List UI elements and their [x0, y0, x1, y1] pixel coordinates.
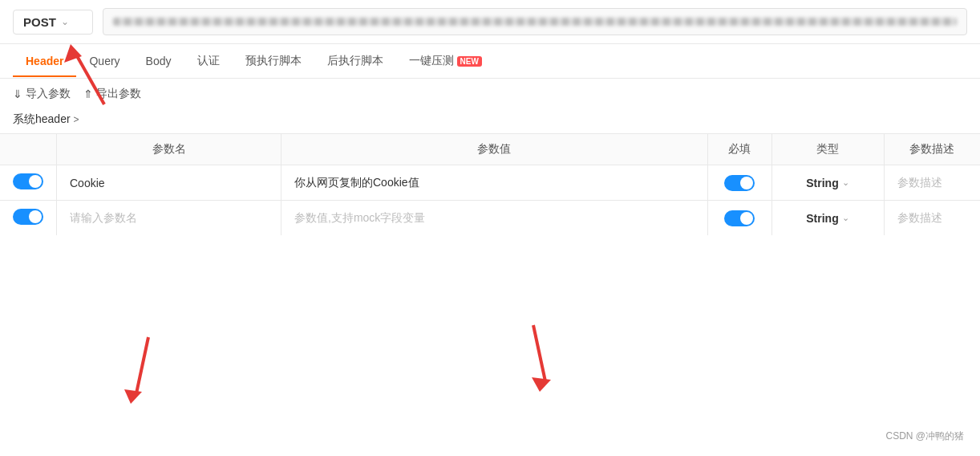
- row1-desc-cell: 参数描述: [884, 165, 980, 201]
- row2-name-placeholder: 请输入参数名: [70, 211, 137, 224]
- row2-desc: 参数描述: [897, 211, 942, 224]
- tab-query[interactable]: Query: [76, 45, 132, 77]
- system-header-label: 系统header: [13, 112, 71, 127]
- export-icon: ⇑: [83, 88, 93, 100]
- row2-type-select[interactable]: String ⌄: [785, 212, 871, 225]
- tab-post-script[interactable]: 后执行脚本: [314, 44, 396, 78]
- th-toggle: [0, 134, 57, 165]
- method-label: POST: [23, 15, 56, 29]
- row1-desc: 参数描述: [897, 176, 942, 189]
- svg-line-4: [533, 325, 545, 381]
- arrow-param-name: [124, 337, 148, 404]
- import-params-button[interactable]: ⇓ 导入参数: [13, 87, 71, 101]
- th-name: 参数名: [57, 134, 281, 165]
- chevron-down-icon: ⌄: [61, 16, 69, 27]
- method-selector[interactable]: POST ⌄: [13, 10, 93, 35]
- system-header-row[interactable]: 系统header >: [0, 109, 980, 133]
- row2-required-toggle[interactable]: [724, 210, 755, 226]
- row2-value-placeholder: 参数值,支持mock字段变量: [294, 211, 425, 224]
- row1-toggle-cell: [0, 165, 57, 201]
- row2-toggle-cell: [0, 201, 57, 236]
- export-params-button[interactable]: ⇑ 导出参数: [83, 87, 141, 101]
- tab-body[interactable]: Body: [133, 45, 184, 77]
- row1-type-select[interactable]: String ⌄: [785, 177, 871, 189]
- svg-marker-5: [532, 377, 551, 392]
- chevron-right-icon: >: [74, 114, 79, 125]
- params-table: 参数名 参数值 必填 类型 参数描述 Cookie 你从网页复制的Cookie值: [0, 133, 980, 235]
- row1-required-toggle[interactable]: [724, 175, 755, 191]
- main-container: POST ⌄ Header Query Body 认证 预执行脚本 后执行脚本 …: [0, 0, 980, 456]
- svg-marker-3: [124, 389, 142, 404]
- row1-name: Cookie: [70, 177, 105, 189]
- row1-name-cell: Cookie: [57, 165, 281, 201]
- row2-required-cell: [707, 201, 771, 236]
- import-icon: ⇓: [13, 88, 22, 100]
- toolbar: ⇓ 导入参数 ⇑ 导出参数: [0, 79, 980, 109]
- tab-auth[interactable]: 认证: [184, 44, 233, 78]
- tab-stress-test-badge-wrapper: 一键压测 NEW: [409, 54, 482, 68]
- row1-value: 你从网页复制的Cookie值: [294, 176, 419, 189]
- row2-desc-cell: 参数描述: [884, 201, 980, 236]
- tab-stress-test[interactable]: 一键压测 NEW: [396, 44, 495, 78]
- url-bar[interactable]: [103, 8, 967, 35]
- new-badge: NEW: [457, 56, 482, 67]
- arrow-param-value: [532, 325, 551, 392]
- row2-type-chevron-icon: ⌄: [842, 213, 849, 223]
- row2-toggle[interactable]: [13, 209, 43, 225]
- tab-pre-script[interactable]: 预执行脚本: [233, 44, 314, 78]
- svg-line-2: [136, 337, 148, 393]
- row2-value-cell: 参数值,支持mock字段变量: [281, 201, 708, 236]
- th-type: 类型: [771, 134, 884, 165]
- tab-header[interactable]: Header: [13, 45, 76, 77]
- url-blurred: [113, 18, 957, 26]
- top-bar: POST ⌄: [0, 0, 980, 44]
- row2-type-cell: String ⌄: [771, 201, 884, 236]
- row2-name-cell: 请输入参数名: [57, 201, 281, 236]
- row1-type-label: String: [806, 177, 838, 189]
- row1-required-cell: [707, 165, 771, 201]
- row1-type-chevron-icon: ⌄: [842, 177, 849, 188]
- th-desc: 参数描述: [884, 134, 980, 165]
- table-row: 请输入参数名 参数值,支持mock字段变量 String ⌄: [0, 201, 980, 236]
- table-row: Cookie 你从网页复制的Cookie值 String ⌄: [0, 165, 980, 201]
- row1-value-cell: 你从网页复制的Cookie值: [281, 165, 708, 201]
- row1-type-cell: String ⌄: [771, 165, 884, 201]
- table-header-row: 参数名 参数值 必填 类型 参数描述: [0, 134, 980, 165]
- th-value: 参数值: [281, 134, 708, 165]
- watermark: CSDN @冲鸭的猪: [885, 430, 964, 443]
- row1-toggle[interactable]: [13, 173, 43, 189]
- row2-type-label: String: [806, 212, 838, 225]
- tabs-bar: Header Query Body 认证 预执行脚本 后执行脚本 一键压测 NE…: [0, 44, 980, 79]
- th-required: 必填: [707, 134, 771, 165]
